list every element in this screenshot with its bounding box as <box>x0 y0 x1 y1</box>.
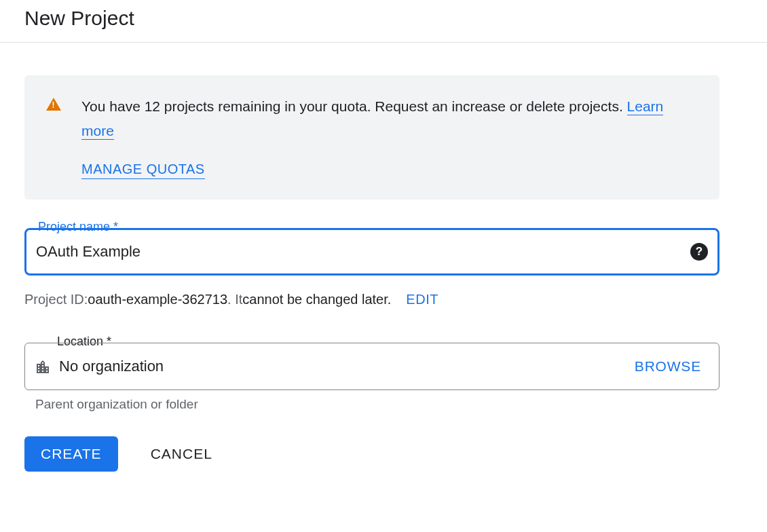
project-id-suffix: . It <box>227 292 242 307</box>
location-outline: No organization BROWSE <box>24 343 719 390</box>
help-icon[interactable]: ? <box>690 243 708 261</box>
cancel-button[interactable]: CANCEL <box>151 446 212 462</box>
quota-message: You have 12 projects remaining in your q… <box>81 98 627 114</box>
quota-banner: You have 12 projects remaining in your q… <box>24 75 719 200</box>
project-id-value: oauth-example-362713 <box>88 292 227 307</box>
location-value: No organization <box>59 358 618 375</box>
page-header: New Project <box>0 0 767 43</box>
project-id-prefix: Project ID: <box>24 292 88 307</box>
page-title: New Project <box>24 7 743 30</box>
button-row: CREATE CANCEL <box>24 436 743 472</box>
project-name-outline: ? <box>24 228 719 276</box>
create-button[interactable]: CREATE <box>24 436 118 472</box>
project-name-input[interactable] <box>36 243 690 261</box>
project-name-field: Project name * ? <box>24 228 719 276</box>
quota-body: You have 12 projects remaining in your q… <box>81 94 698 179</box>
location-field: Location * No organization BROWSE Parent… <box>24 343 719 412</box>
edit-project-id-link[interactable]: EDIT <box>406 292 438 307</box>
project-id-row: Project ID: oauth-example-362713 . It ca… <box>24 292 743 307</box>
manage-quotas-link[interactable]: MANAGE QUOTAS <box>81 162 205 179</box>
organization-icon <box>35 359 51 375</box>
location-hint: Parent organization or folder <box>24 397 719 412</box>
form-content: You have 12 projects remaining in your q… <box>0 43 767 488</box>
quota-message-block: You have 12 projects remaining in your q… <box>81 94 698 142</box>
warning-icon <box>46 98 61 111</box>
project-id-bold-suffix: cannot be changed later. <box>242 292 391 307</box>
browse-button[interactable]: BROWSE <box>626 356 709 377</box>
